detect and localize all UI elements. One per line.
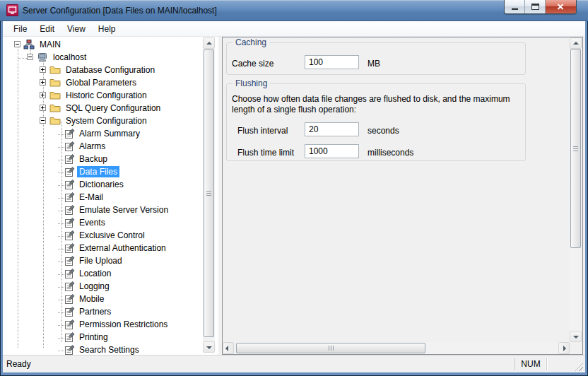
tree-item-icon bbox=[64, 268, 75, 279]
settings-page-icon bbox=[64, 230, 75, 241]
thumb-grip bbox=[206, 193, 211, 194]
tree-item[interactable]: Backup bbox=[3, 153, 203, 165]
tree-item[interactable]: Database Configuration bbox=[3, 64, 203, 76]
resize-grip-icon[interactable] bbox=[574, 362, 583, 371]
scrollbar-thumb[interactable] bbox=[204, 49, 214, 337]
menu-view[interactable]: View bbox=[61, 22, 92, 36]
flush-interval-unit: seconds bbox=[368, 126, 399, 136]
app-window: Server Configuration [Data Files on MAIN… bbox=[0, 0, 588, 376]
cache-size-input[interactable] bbox=[305, 55, 359, 69]
tree-item[interactable]: Printing bbox=[3, 331, 203, 343]
minimize-button[interactable] bbox=[505, 0, 525, 13]
expand-toggle-icon[interactable] bbox=[40, 92, 46, 98]
scroll-down-button[interactable] bbox=[570, 331, 582, 342]
panel-vertical-scrollbar[interactable] bbox=[570, 37, 582, 342]
num-lock-indicator: NUM bbox=[514, 358, 547, 370]
scrollbar-thumb[interactable] bbox=[570, 49, 581, 248]
settings-page-icon bbox=[64, 242, 75, 254]
tree-item-label: Alarms bbox=[77, 141, 107, 152]
tree-item[interactable]: Alarms bbox=[3, 140, 203, 153]
tree-item[interactable]: Historic Configuration bbox=[3, 89, 203, 102]
tree-vertical-scrollbar[interactable] bbox=[203, 37, 215, 353]
tree-item[interactable]: E-Mail bbox=[3, 191, 203, 204]
tree-item-icon bbox=[64, 230, 75, 241]
caching-groupbox: Caching Cache size MB bbox=[226, 42, 526, 75]
tree-item-icon bbox=[64, 179, 75, 190]
tree-item-label: SQL Query Configuration bbox=[64, 102, 163, 114]
tree-item-icon bbox=[64, 128, 75, 139]
tree-item-label: Dictionaries bbox=[77, 179, 126, 190]
settings-page-icon bbox=[64, 344, 75, 355]
menu-help[interactable]: Help bbox=[92, 22, 122, 36]
tree-item-label: Database Configuration bbox=[64, 64, 157, 76]
tree-item[interactable]: System Configuration bbox=[3, 114, 203, 127]
tree-item-icon bbox=[64, 166, 75, 177]
tree-item-label: Logging bbox=[77, 281, 112, 292]
flush-time-limit-input[interactable] bbox=[305, 144, 359, 158]
tree-item[interactable]: Events bbox=[3, 216, 203, 229]
expand-toggle-icon[interactable] bbox=[40, 105, 46, 111]
settings-page-icon bbox=[64, 306, 75, 317]
tree-item[interactable]: Logging bbox=[3, 280, 203, 293]
tree-item[interactable]: localhost bbox=[3, 51, 203, 64]
flushing-description: Choose how often data file changes are f… bbox=[232, 94, 520, 115]
tree-item[interactable]: Global Parameters bbox=[3, 76, 203, 89]
expand-toggle-icon[interactable] bbox=[40, 117, 46, 124]
tree-item[interactable]: MAIN bbox=[3, 38, 203, 51]
tree-item[interactable]: Alarm Summary bbox=[3, 127, 203, 140]
arrow-right-icon bbox=[563, 346, 566, 351]
tree-item-icon bbox=[64, 344, 75, 355]
scrollbar-thumb[interactable] bbox=[236, 343, 425, 353]
scroll-left-button[interactable] bbox=[223, 342, 234, 354]
tree-item[interactable]: Mobile bbox=[3, 293, 203, 305]
tree-connector bbox=[18, 58, 27, 59]
scroll-right-button[interactable] bbox=[558, 342, 570, 354]
settings-page-icon bbox=[64, 293, 75, 305]
scroll-up-button[interactable] bbox=[570, 37, 582, 49]
tree-item-icon bbox=[64, 293, 75, 305]
panel-horizontal-scrollbar[interactable] bbox=[223, 342, 570, 354]
flushing-group-title: Flushing bbox=[233, 78, 270, 88]
settings-page-icon bbox=[64, 281, 75, 292]
expand-toggle-icon[interactable] bbox=[27, 54, 33, 60]
tree-item[interactable]: File Upload bbox=[3, 254, 203, 267]
tree-item[interactable]: Exclusive Control bbox=[3, 229, 203, 242]
menu-edit[interactable]: Edit bbox=[33, 22, 61, 36]
scroll-up-button[interactable] bbox=[203, 37, 215, 49]
tree-item[interactable]: Dictionaries bbox=[3, 178, 203, 191]
tree-item[interactable]: Data Files bbox=[3, 165, 203, 178]
menu-file[interactable]: File bbox=[7, 22, 33, 36]
flush-interval-label: Flush interval bbox=[237, 126, 288, 136]
tree-item[interactable]: Search Settings bbox=[3, 343, 203, 355]
expand-toggle-icon[interactable] bbox=[40, 79, 46, 86]
tree-item[interactable]: Permission Restrictions bbox=[3, 318, 203, 331]
close-button[interactable] bbox=[546, 0, 576, 13]
tree-item-label: Exclusive Control bbox=[77, 230, 147, 241]
flush-interval-input[interactable] bbox=[305, 122, 359, 136]
expand-toggle-icon[interactable] bbox=[14, 41, 20, 47]
tree-item[interactable]: External Authentication bbox=[3, 242, 203, 254]
tree-item-icon bbox=[23, 39, 35, 50]
minimize-icon bbox=[512, 8, 518, 10]
tree-item[interactable]: SQL Query Configuration bbox=[3, 102, 203, 114]
computer-icon bbox=[37, 52, 48, 63]
tree-rows: MAIN bbox=[3, 38, 203, 355]
tree-item[interactable]: Location bbox=[3, 267, 203, 280]
maximize-button[interactable] bbox=[525, 0, 546, 13]
tree-item-icon bbox=[64, 217, 75, 228]
tree-item-label: Mobile bbox=[77, 293, 106, 305]
tree-item-label: Partners bbox=[77, 306, 113, 317]
tree-item[interactable]: Emulate Server Version bbox=[3, 204, 203, 216]
scroll-down-button[interactable] bbox=[203, 341, 215, 353]
title-bar[interactable]: Server Configuration [Data Files on MAIN… bbox=[0, 0, 588, 21]
close-icon bbox=[557, 4, 564, 10]
tree-item[interactable]: Partners bbox=[3, 305, 203, 318]
folder-icon bbox=[49, 90, 61, 101]
menu-bar: File Edit View Help bbox=[3, 21, 585, 37]
arrow-up-icon bbox=[573, 42, 579, 45]
expand-toggle-icon[interactable] bbox=[40, 66, 46, 73]
folder-icon bbox=[49, 115, 61, 127]
tree-item-label: E-Mail bbox=[77, 192, 105, 203]
flush-time-limit-label: Flush time limit bbox=[237, 148, 294, 158]
arrow-left-icon bbox=[225, 346, 228, 351]
